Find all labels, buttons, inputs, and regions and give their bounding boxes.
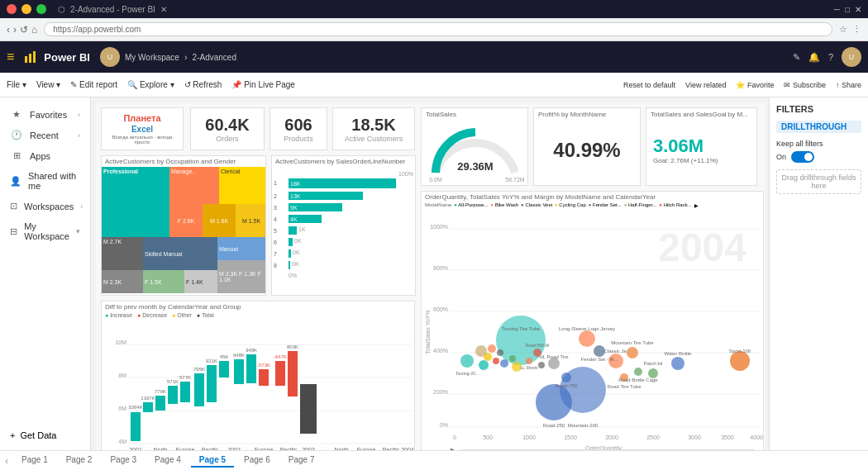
drag-fields-area[interactable]: Drag drillthrough fields here (776, 169, 861, 194)
svg-text:Sport-100: Sport-100 (729, 349, 751, 354)
treemap-cell-m23: M 2.3K (102, 270, 143, 293)
total-sales-visual: TotalSales 29.36M 0.0M 58.72M (421, 107, 528, 186)
logo-line2: Excel (105, 125, 179, 135)
svg-point-88 (627, 347, 638, 358)
app-name: Power BI (44, 51, 90, 64)
tab-page3[interactable]: Page 3 (102, 453, 145, 468)
sidebar-item-favorites[interactable]: ★ Favorites › (0, 104, 90, 125)
tab-page5[interactable]: Page 5 (191, 453, 234, 468)
bar-row-5 (289, 226, 297, 235)
keep-filters-toggle[interactable] (791, 151, 814, 163)
subscribe-btn[interactable]: ✉ Subscribe (784, 81, 826, 89)
svg-text:0%: 0% (440, 422, 448, 428)
question-icon[interactable]: ? (828, 52, 833, 62)
svg-rect-20 (168, 386, 178, 404)
edit-report-btn[interactable]: ✎ Edit report (70, 80, 117, 89)
reset-btn[interactable]: Reset to default (623, 81, 675, 89)
svg-text:1167K: 1167K (141, 396, 155, 401)
notification-icon[interactable]: 🔔 (808, 52, 820, 63)
svg-rect-38 (288, 351, 298, 396)
svg-text:921K: 921K (206, 358, 217, 363)
close-btn[interactable] (7, 4, 17, 14)
tab-page4[interactable]: Page 4 (146, 453, 189, 468)
scatter-title: OrderQuantity, TotalSales YoY% and Margi… (422, 192, 763, 202)
svg-text:Road-750: Road-750 (556, 383, 578, 388)
svg-text:Europe: Europe (176, 447, 195, 450)
share-btn[interactable]: ↑ Share (836, 81, 861, 89)
scatter-svg: 1000% 800% 600% 400% 200% 0% TotalSales … (422, 216, 764, 450)
bar-row-1: 18K (289, 178, 396, 188)
file-menu[interactable]: File ▾ (7, 80, 26, 89)
svg-text:Fender Set - M...: Fender Set - M... (580, 357, 618, 362)
legend-model-name: ModelName (425, 202, 451, 208)
kpi-orders: 60.4K Orders (190, 107, 265, 150)
svg-rect-24 (194, 373, 204, 406)
explore-btn[interactable]: 🔍 Explore ▾ (127, 80, 174, 89)
sidebar-item-my-workspace[interactable]: ⊟ My Workspace ▾ (0, 216, 90, 246)
svg-text:Classic Je.: Classic Je. (603, 349, 627, 354)
settings-icon[interactable]: ⋮ (852, 24, 861, 35)
refresh-btn[interactable]: ↺ (20, 24, 28, 36)
page-nav-left[interactable]: ‹ (5, 455, 8, 467)
svg-point-102 (579, 330, 595, 347)
restore-icon[interactable]: □ (845, 5, 850, 14)
svg-rect-30 (234, 359, 244, 384)
svg-text:North: North (334, 447, 348, 450)
sidebar-item-recent[interactable]: 🕐 Recent › (0, 125, 90, 145)
svg-point-104 (594, 345, 605, 357)
star-icon[interactable]: ☆ (839, 24, 847, 35)
play-btn[interactable]: ▶ (451, 446, 457, 450)
favorite-btn[interactable]: ⭐ Favorite (736, 81, 774, 89)
tab-page7[interactable]: Page 7 (280, 453, 323, 468)
svg-rect-22 (180, 382, 190, 402)
minimize-icon[interactable]: ─ (834, 5, 840, 14)
bar-pct-100: 100% (272, 171, 416, 177)
hamburger-icon[interactable]: ≡ (7, 50, 14, 64)
bar-label-5: 5 (274, 228, 277, 234)
svg-text:200%: 200% (433, 389, 448, 395)
svg-point-100 (496, 316, 546, 365)
tab-page2[interactable]: Page 2 (58, 453, 101, 468)
workspace-label[interactable]: My Workspace (125, 53, 179, 62)
get-data-btn[interactable]: + Get Data (0, 425, 91, 445)
address-bar[interactable]: https://app.powerbi.com (44, 22, 832, 36)
pin-live-page-btn[interactable]: 📌 Pin Live Page (231, 80, 295, 89)
sales-goal-visual: TotalSales and SalesGoal by M... 3.06M G… (646, 107, 757, 186)
shared-icon: 👤 (10, 176, 21, 187)
bar-val-7: 0K (293, 249, 300, 255)
tab-page1[interactable]: Page 1 (13, 453, 56, 468)
edit-icon[interactable]: ✎ (793, 52, 800, 63)
star-icon: ★ (10, 109, 23, 120)
sidebar-label-shared: Shared with me (28, 171, 80, 191)
svg-rect-32 (246, 354, 256, 383)
svg-text:2003: 2003 (302, 447, 315, 450)
close-icon[interactable]: ✕ (855, 5, 861, 14)
svg-text:795K: 795K (193, 367, 205, 372)
svg-point-117 (533, 349, 541, 357)
account-avatar[interactable]: U (842, 47, 861, 67)
svg-text:Road Tire Tube: Road Tire Tube (607, 384, 641, 389)
forward-btn[interactable]: › (13, 24, 17, 36)
toggle-knob (804, 153, 813, 161)
refresh-btn[interactable]: ↺ Refresh (184, 80, 222, 89)
sidebar-item-apps[interactable]: ⊞ Apps (0, 145, 90, 166)
svg-point-94 (634, 368, 642, 376)
home-btn[interactable]: ⌂ (31, 24, 37, 36)
max-btn[interactable] (36, 4, 46, 14)
workspaces-icon: ⊡ (10, 201, 17, 211)
view-menu[interactable]: View ▾ (36, 80, 60, 89)
svg-text:400%: 400% (433, 348, 448, 354)
title-bar-left: ⬡ 2-Advanced - Power BI ✕ (7, 4, 167, 14)
min-btn[interactable] (21, 4, 31, 14)
report-canvas: Планета Excel Всегда актуально - всегда … (91, 97, 769, 450)
tab-page6[interactable]: Page 6 (236, 453, 279, 468)
tab-close[interactable]: ✕ (160, 5, 167, 14)
sidebar-item-shared[interactable]: 👤 Shared with me (0, 166, 90, 196)
back-btn[interactable]: ‹ (7, 24, 10, 36)
sidebar-label-workspaces: Workspaces (24, 202, 74, 211)
view-related-btn[interactable]: View related (685, 81, 726, 89)
legend-decrease: ● Decrease (137, 312, 167, 318)
kpi-products-value: 606 (284, 116, 312, 135)
timeline[interactable]: ▶ 2001 2002 2003 2004 (451, 446, 755, 450)
sidebar-item-workspaces[interactable]: ⊡ Workspaces › (0, 196, 90, 216)
